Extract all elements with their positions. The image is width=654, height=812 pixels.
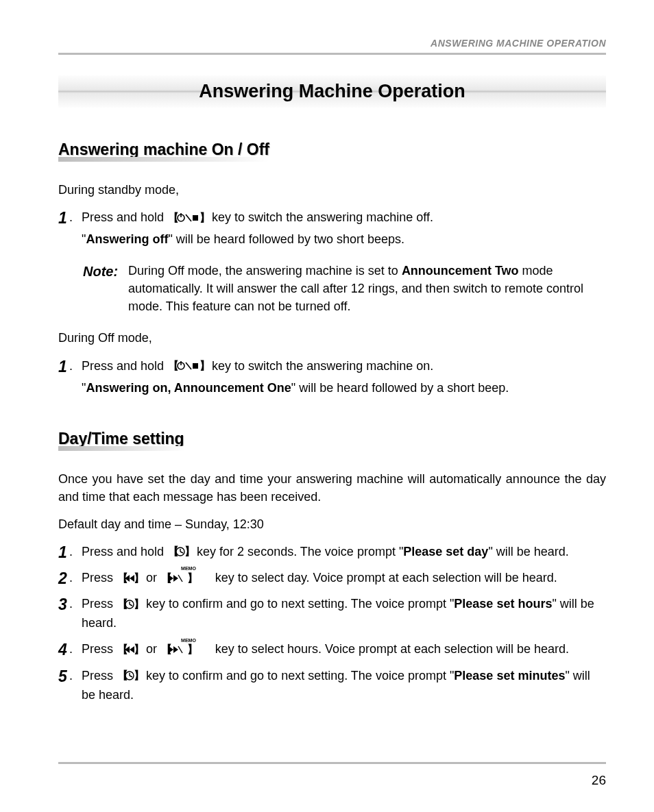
clock-key-icon: 【 】	[117, 666, 142, 685]
svg-text:】: 】	[134, 643, 142, 655]
page-number: 26	[592, 773, 606, 788]
step-number: 5	[58, 665, 67, 689]
svg-text:】: 】	[134, 669, 142, 681]
step-text: key to switch the answering machine on.	[212, 359, 433, 373]
forward-memo-key-icon: 【 】 MEMO	[161, 640, 211, 659]
step-3-daytime: 3. Press 【 】 key to confirm and go to ne…	[58, 595, 606, 633]
footer-rule	[58, 762, 606, 764]
svg-line-24	[178, 575, 182, 582]
rewind-key-icon: 【 】	[117, 568, 142, 587]
note-label: Note:	[83, 262, 118, 282]
svg-line-9	[186, 362, 191, 369]
step-4-daytime: 4. Press 【 】 or 【 】 MEMO	[58, 640, 606, 659]
step-number: 4	[58, 638, 67, 663]
svg-marker-23	[173, 575, 178, 582]
step-text: key to select day. Voice prompt at each …	[215, 571, 557, 585]
daytime-default: Default day and time – Sunday, 12:30	[58, 515, 606, 533]
svg-rect-10	[193, 363, 198, 369]
svg-text:【: 【	[117, 598, 128, 610]
intro-standby: During standby mode,	[58, 181, 606, 199]
step-number: 1	[58, 206, 67, 231]
section-heading-onoff: Answering machine On / Off	[58, 140, 269, 159]
step-5-daytime: 5. Press 【 】 key to confirm and go to ne…	[58, 667, 606, 705]
step-text: key to switch the answering machine off.	[212, 210, 433, 224]
svg-text:】: 】	[199, 360, 208, 371]
svg-text:】: 】	[184, 545, 193, 557]
note-block: Note: During Off mode, the answering mac…	[83, 262, 606, 315]
step-subtext: "Answering off" will be heard followed b…	[82, 230, 606, 249]
header-section-label: ANSWERING MACHINE OPERATION	[58, 38, 606, 49]
voice-prompt: Please set hours	[454, 597, 552, 611]
step-text: Press	[82, 597, 117, 611]
step-text: Press	[82, 571, 117, 585]
svg-text:】: 】	[187, 572, 195, 584]
power-stop-key-icon: 【 】	[168, 208, 208, 227]
step-number: 2	[58, 567, 67, 591]
page-title-banner: Answering Machine Operation	[58, 75, 606, 108]
step-subtext: "Answering on, Announcement One" will be…	[82, 379, 606, 398]
section-heading-daytime: Day/Time setting	[58, 430, 184, 448]
svg-text:】: 】	[134, 572, 142, 584]
svg-text:】: 】	[187, 643, 195, 655]
step-text: Press and hold	[82, 210, 167, 224]
rewind-key-icon: 【 】	[117, 640, 142, 659]
step-number: 1	[58, 355, 67, 380]
manual-page: ANSWERING MACHINE OPERATION Answering Ma…	[0, 0, 654, 812]
voice-prompt: Please set minutes	[454, 669, 565, 682]
step-1-offmode: 1. Press and hold 【 】 key to switch the …	[58, 357, 606, 398]
step-text: key to confirm and go to next setting. T…	[146, 669, 454, 682]
steps-offmode: 1. Press and hold 【 】 key to switch the …	[58, 357, 606, 398]
daytime-intro: Once you have set the day and time your …	[58, 470, 606, 506]
power-stop-key-icon: 【 】	[168, 356, 208, 376]
memo-label: MEMO	[181, 638, 196, 643]
step-text: Press	[82, 669, 117, 682]
svg-line-15	[180, 552, 183, 553]
step-2-daytime: 2. Press 【 】 or 【 】 MEMO	[58, 569, 606, 588]
step-number: 3	[58, 593, 67, 617]
step-1-standby: 1. Press and hold 【 】 key to switch the …	[58, 208, 606, 249]
step-text: Press and hold	[82, 545, 167, 558]
step-text: key to confirm and go to next setting. T…	[146, 597, 454, 611]
step-text: Press and hold	[82, 359, 167, 373]
svg-text:【: 【	[117, 669, 128, 681]
svg-rect-4	[193, 215, 198, 221]
steps-standby: 1. Press and hold 【 】 key to switch the …	[58, 208, 606, 249]
step-text: key to select hours. Voice prompt at eac…	[215, 642, 569, 656]
svg-marker-37	[173, 646, 178, 653]
step-number: 1	[58, 541, 67, 565]
header-rule	[58, 53, 606, 55]
svg-line-43	[130, 676, 132, 677]
step-1-daytime: 1. Press and hold 【 】 key for 2 seconds.…	[58, 543, 606, 562]
step-text: or	[146, 642, 160, 656]
memo-label: MEMO	[181, 566, 196, 571]
forward-memo-key-icon: 【 】 MEMO	[161, 568, 211, 587]
intro-offmode: During Off mode,	[58, 329, 606, 347]
clock-key-icon: 【 】	[117, 595, 142, 614]
note-text: During Off mode, the answering machine i…	[128, 264, 402, 278]
svg-line-3	[186, 214, 191, 221]
note-bold: Announcement Two	[402, 264, 519, 278]
step-text: or	[146, 571, 160, 585]
svg-line-29	[130, 604, 132, 606]
svg-line-38	[178, 646, 182, 653]
steps-daytime: 1. Press and hold 【 】 key for 2 seconds.…	[58, 543, 606, 705]
svg-text:】: 】	[134, 598, 142, 610]
step-text: " will be heard.	[488, 545, 568, 558]
svg-text:【: 【	[168, 545, 179, 557]
clock-key-icon: 【 】	[168, 542, 193, 561]
voice-prompt: Please set day	[403, 545, 488, 558]
svg-text:】: 】	[199, 212, 208, 223]
step-text: key for 2 seconds. The voice prompt "	[197, 545, 403, 558]
step-text: Press	[82, 642, 117, 656]
